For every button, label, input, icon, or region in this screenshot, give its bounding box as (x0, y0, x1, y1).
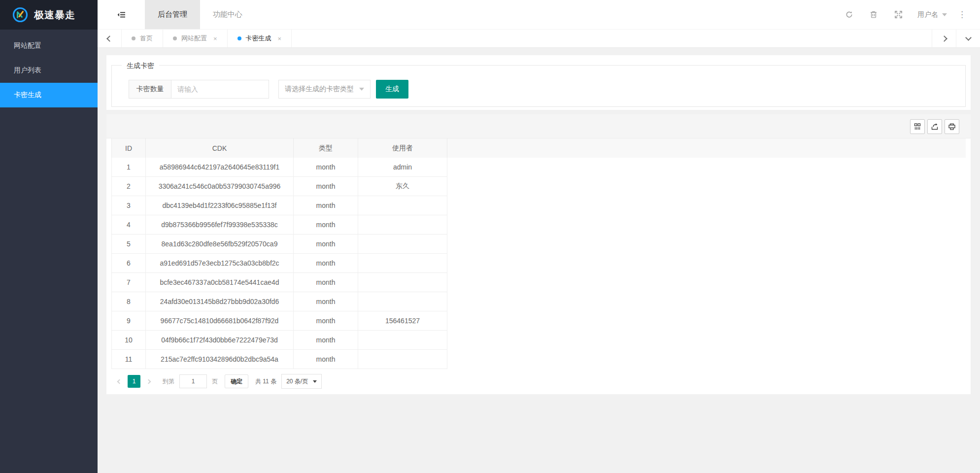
table-cell: 4 (111, 215, 146, 234)
card-type-select[interactable]: 请选择生成的卡密类型 (278, 80, 371, 99)
column-header-id[interactable]: ID (111, 138, 146, 158)
table-row[interactable]: 1a58986944c642197a2640645e83119f1monthad… (111, 158, 966, 177)
table-cell: month (294, 254, 358, 272)
chevron-down-icon (942, 13, 947, 16)
table-cell (358, 331, 447, 349)
table-row[interactable]: 996677c75c14810d66681b0642f87f92dmonth15… (111, 311, 966, 331)
table-row[interactable]: 824afd30e013145b8d27bbb9d02a30fd6month (111, 292, 966, 311)
navbar-tab-admin[interactable]: 后台管理 (145, 0, 200, 29)
export-button[interactable] (927, 119, 942, 134)
fullscreen-icon (894, 10, 903, 19)
columns-icon (913, 123, 921, 131)
table-cell: 2 (111, 177, 146, 196)
clear-cache-button[interactable] (861, 0, 886, 30)
table-cell: month (294, 196, 358, 215)
table-cell: 04f9b66c1f72f43d0bb6e7222479e73d (146, 331, 294, 349)
navbar-tab-function-center[interactable]: 功能中心 (200, 0, 255, 29)
confirm-page-button[interactable]: 确定 (225, 374, 248, 388)
tab-home[interactable]: 首页 (122, 30, 163, 47)
quantity-input[interactable] (171, 80, 269, 99)
table-cell (358, 196, 447, 215)
sidebar-item-site-config[interactable]: 网站配置 (0, 34, 98, 58)
navbar-tab-label: 后台管理 (158, 10, 187, 19)
page-number-input[interactable] (179, 374, 207, 388)
table-cell (358, 273, 447, 292)
tabs-scroll-right-button[interactable] (932, 30, 956, 47)
generate-card-panel: 生成卡密 卡密数量 请选择生成的卡密类型 生成 (106, 55, 971, 110)
table-row[interactable]: 11215ac7e2ffc910342896d0b2dbc9a54amonth (111, 350, 966, 369)
chevron-down-icon (359, 88, 364, 91)
table-row[interactable]: 6a91ed691d57e3ecb1275c3a03cb8bf2cmonth (111, 254, 966, 273)
close-icon[interactable]: × (213, 35, 217, 42)
card-type-placeholder: 请选择生成的卡密类型 (285, 85, 354, 94)
page-size-select[interactable]: 20 条/页 (281, 374, 322, 389)
table-cell: 3 (111, 196, 146, 215)
tab-label: 网站配置 (181, 34, 207, 43)
table-cell (358, 350, 447, 369)
table-toolbar-buttons (910, 119, 959, 134)
next-page-button[interactable] (142, 380, 155, 383)
table-row[interactable]: 23306a241c546c0a0b53799030745a996month东久 (111, 177, 966, 196)
goto-label: 到第 (163, 377, 174, 386)
tab-label: 卡密生成 (246, 34, 271, 43)
table-row[interactable]: 4d9b875366b9956fef7f99398e535338cmonth (111, 215, 966, 235)
tab-site-config[interactable]: 网站配置 × (163, 30, 228, 47)
column-header-cdk[interactable]: CDK (146, 138, 294, 158)
trash-icon (870, 10, 878, 19)
user-menu[interactable]: 用户名 (911, 0, 954, 30)
tabstrip-controls (932, 30, 980, 47)
table-cell: 5 (111, 235, 146, 253)
table-cell (358, 235, 447, 253)
generate-button[interactable]: 生成 (376, 80, 408, 99)
close-icon[interactable]: × (278, 35, 282, 42)
table-cell: 96677c75c14810d66681b0642f87f92d (146, 311, 294, 330)
tab-card-generate[interactable]: 卡密生成 × (228, 30, 292, 47)
sidebar-menu: 网站配置 用户列表 卡密生成 (0, 30, 98, 107)
printer-icon (948, 123, 956, 131)
current-page-button[interactable]: 1 (128, 375, 140, 388)
username-label: 用户名 (917, 10, 938, 19)
fullscreen-button[interactable] (886, 0, 911, 30)
table-cell: 8ea1d63c280dfe8e56fb529f20570ca9 (146, 235, 294, 253)
table-cell: dbc4139eb4d1f2233f06c95885e1f13f (146, 196, 294, 215)
table-cell: month (294, 311, 358, 330)
total-count-label: 共 11 条 (255, 377, 276, 386)
tabs-menu-button[interactable] (956, 30, 980, 47)
filter-columns-button[interactable] (910, 119, 925, 134)
table-row[interactable]: 58ea1d63c280dfe8e56fb529f20570ca9month (111, 235, 966, 254)
refresh-icon (845, 10, 853, 19)
app-title: 极速暴走 (34, 8, 75, 22)
table-row[interactable]: 1004f9b66c1f72f43d0bb6e7222479e73dmonth (111, 331, 966, 350)
chevron-down-icon (313, 380, 317, 383)
sidebar-item-card-generate[interactable]: 卡密生成 (0, 83, 98, 107)
sidebar: 极速暴走 网站配置 用户列表 卡密生成 (0, 0, 98, 473)
chevron-right-icon (146, 379, 151, 384)
column-header-user[interactable]: 使用者 (358, 138, 447, 158)
tab-dot-icon (173, 36, 177, 40)
table-cell: month (294, 235, 358, 253)
tab-dot-icon (132, 36, 135, 40)
table-row[interactable]: 3dbc4139eb4d1f2233f06c95885e1f13fmonth (111, 196, 966, 215)
table-cell: 10 (111, 331, 146, 349)
sidebar-item-user-list[interactable]: 用户列表 (0, 58, 98, 83)
table-cell: d9b875366b9956fef7f99398e535338c (146, 215, 294, 234)
logo-icon (12, 6, 29, 23)
collapse-sidebar-button[interactable] (98, 0, 145, 29)
tabs-scroll-left-button[interactable] (98, 30, 122, 47)
column-header-type[interactable]: 类型 (294, 138, 358, 158)
table-header: ID CDK 类型 使用者 (111, 138, 966, 158)
table-cell: a91ed691d57e3ecb1275c3a03cb8bf2c (146, 254, 294, 272)
table-cell: month (294, 177, 358, 196)
more-options-button[interactable]: ⋮ (954, 9, 970, 20)
table-cell: 1 (111, 158, 146, 176)
page-tabstrip: 首页 网站配置 × 卡密生成 × (98, 30, 980, 48)
print-button[interactable] (945, 119, 959, 134)
refresh-button[interactable] (837, 0, 861, 30)
table-cell: month (294, 158, 358, 176)
prev-page-button[interactable] (113, 380, 126, 383)
table-cell: 东久 (358, 177, 447, 196)
table-cell: 11 (111, 350, 146, 369)
table-cell: 7 (111, 273, 146, 292)
app-logo: 极速暴走 (0, 0, 98, 30)
table-row[interactable]: 7bcfe3ec467337a0cb58174e5441cae4dmonth (111, 273, 966, 292)
